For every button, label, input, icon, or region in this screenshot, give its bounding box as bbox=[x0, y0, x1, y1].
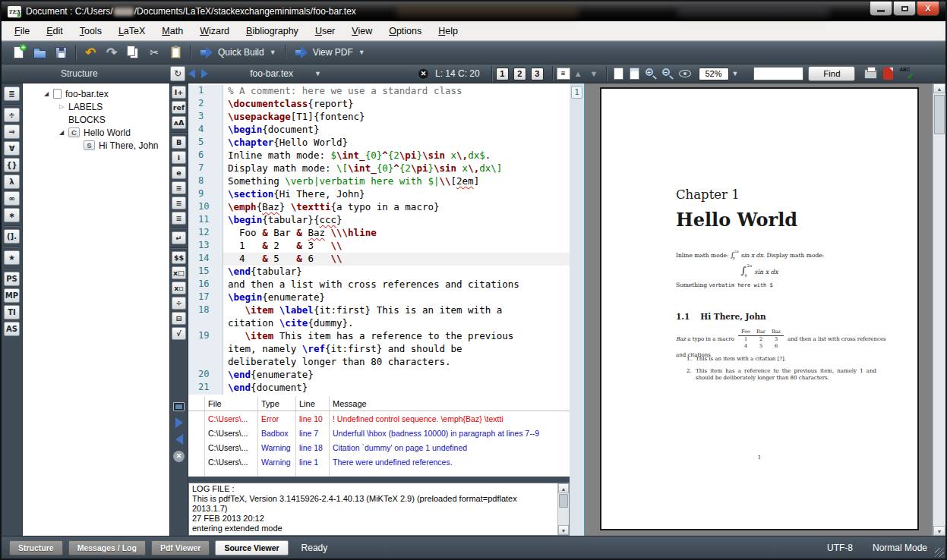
log-message-row[interactable]: C:\Users\...Badboxline 7Underfull \hbox … bbox=[188, 426, 570, 440]
asymptote-tab[interactable]: AS bbox=[4, 322, 20, 336]
ref-tool[interactable]: ref bbox=[172, 101, 186, 114]
code-line-1[interactable]: 1% A comment: here we use a standard cla… bbox=[188, 85, 570, 98]
menu-tools[interactable]: Tools bbox=[71, 23, 110, 39]
menu-file[interactable]: File bbox=[6, 23, 38, 39]
fraction-tool[interactable]: ⊟ bbox=[172, 312, 186, 325]
message-col-message[interactable]: Message bbox=[330, 396, 570, 411]
misc-symbols-tab[interactable]: ∞ bbox=[4, 191, 20, 206]
line-number[interactable]: 2 bbox=[188, 98, 223, 111]
align-right-tool[interactable]: ≡ bbox=[172, 212, 186, 225]
line-number[interactable] bbox=[188, 343, 223, 356]
find-input[interactable] bbox=[753, 67, 803, 80]
line-number[interactable]: 10 bbox=[188, 201, 223, 214]
insert-tool[interactable]: I+ bbox=[172, 86, 186, 99]
message-col-blank[interactable] bbox=[188, 396, 205, 411]
caret-collapsed-icon[interactable]: ▷ bbox=[59, 103, 68, 110]
greek-tab[interactable]: λ bbox=[4, 175, 20, 189]
code-editor[interactable]: 1% A comment: here we use a standard cla… bbox=[188, 83, 570, 396]
chevron-down-icon[interactable]: ▼ bbox=[358, 49, 365, 56]
scroll-down-icon[interactable]: ▼ bbox=[933, 526, 945, 536]
menu-help[interactable]: Help bbox=[430, 23, 466, 39]
next-error-icon[interactable] bbox=[175, 417, 183, 428]
code-line-2[interactable]: 2\documentclass{report} bbox=[188, 98, 570, 111]
pdf-outline-button[interactable]: ≡ bbox=[557, 68, 570, 80]
code-line-11[interactable]: 11\begin{tabular}{ccc} bbox=[188, 214, 570, 227]
structure-level-1-button[interactable]: 1 bbox=[496, 68, 509, 80]
line-number[interactable]: 16 bbox=[188, 278, 223, 291]
log-message-row[interactable]: C:\Users\...Errorline 10! Undefined cont… bbox=[188, 411, 570, 426]
user-symbols-tab[interactable]: ★ bbox=[4, 250, 20, 265]
code-line-wrap[interactable]: item, namely \ref{it:first} and should b… bbox=[188, 343, 570, 356]
code-line-5[interactable]: 5\chapter{Hello World} bbox=[188, 137, 570, 149]
line-number[interactable]: 20 bbox=[188, 369, 223, 382]
code-line-13[interactable]: 13 1 & 2 & 3 \\ bbox=[188, 240, 570, 253]
view-pdf-label[interactable]: View PDF bbox=[313, 47, 353, 58]
emph-tool[interactable]: e bbox=[172, 166, 186, 179]
line-number[interactable] bbox=[188, 356, 223, 369]
menu-edit[interactable]: Edit bbox=[38, 23, 71, 39]
caret-expanded-icon[interactable]: ◢ bbox=[44, 90, 53, 97]
paste-button[interactable] bbox=[166, 43, 185, 61]
clear-messages-icon[interactable]: ✕ bbox=[173, 451, 185, 462]
new-document-button[interactable]: + bbox=[8, 43, 28, 61]
title-bar[interactable]: TEX Document : C:/Users//Documents/LaTeX… bbox=[2, 2, 945, 21]
chevron-down-icon[interactable]: ▼ bbox=[732, 70, 739, 77]
code-line-4[interactable]: 4\begin{document} bbox=[188, 124, 570, 137]
presentation-eye-icon[interactable] bbox=[679, 70, 691, 77]
line-number[interactable]: 1 bbox=[188, 85, 223, 98]
structure-item-blocks[interactable]: BLOCKS bbox=[23, 113, 169, 126]
zoom-in-icon[interactable]: + bbox=[645, 68, 657, 80]
line-number[interactable]: 19 bbox=[188, 330, 223, 343]
misc-math-tab[interactable]: ∀ bbox=[4, 141, 20, 156]
scrollbar-thumb[interactable] bbox=[934, 95, 945, 134]
scroll-up-icon[interactable]: ▲ bbox=[558, 483, 569, 493]
structure-level-2-button[interactable]: 2 bbox=[513, 68, 526, 80]
code-line-8[interactable]: 8Something \verb|verbatim here with $|\\… bbox=[188, 175, 570, 188]
close-button[interactable]: X bbox=[917, 2, 939, 16]
print-icon[interactable] bbox=[864, 69, 877, 79]
line-number[interactable]: 11 bbox=[188, 214, 223, 227]
next-document-button[interactable] bbox=[201, 69, 208, 78]
metapost-tab[interactable]: MP bbox=[4, 288, 20, 303]
font-size-tool[interactable]: ᴀA bbox=[172, 116, 186, 129]
previous-page-arrow-icon[interactable]: ▲ bbox=[574, 69, 582, 78]
code-line-14[interactable]: 14 4 & 5 & 6 \\ bbox=[188, 253, 570, 266]
menu-view[interactable]: View bbox=[343, 23, 380, 39]
code-line-16[interactable]: 16and then a list with cross references … bbox=[188, 278, 570, 291]
open-document-selector[interactable]: foo-bar.tex ▼ bbox=[231, 68, 345, 79]
code-line-21[interactable]: 21\end{document} bbox=[188, 382, 570, 395]
structure-item-labels[interactable]: ▷LABELS bbox=[23, 100, 169, 113]
menu-latex[interactable]: LaTeX bbox=[110, 23, 153, 39]
fit-page-icon[interactable] bbox=[630, 68, 639, 80]
code-line-3[interactable]: 3\usepackage[T1]{fontenc} bbox=[188, 111, 570, 124]
caret-expanded-icon[interactable]: ◢ bbox=[59, 129, 68, 136]
menu-options[interactable]: Options bbox=[380, 23, 430, 39]
scroll-up-icon[interactable]: ▲ bbox=[933, 83, 945, 93]
adobe-pdf-icon[interactable] bbox=[883, 68, 893, 80]
menu-user[interactable]: User bbox=[307, 23, 343, 39]
previous-document-button[interactable] bbox=[188, 69, 195, 78]
code-line-9[interactable]: 9\section{Hi There, John} bbox=[188, 188, 570, 201]
tikz-tab[interactable]: TI bbox=[4, 305, 20, 319]
save-button[interactable] bbox=[51, 43, 71, 61]
quick-build-run-icon[interactable] bbox=[200, 46, 213, 58]
log-message-row[interactable]: C:\Users\...Warningline 18Citation `dumm… bbox=[188, 440, 570, 455]
code-line-wrap[interactable]: citation \cite{dummy}. bbox=[188, 317, 570, 330]
code-line-20[interactable]: 20\end{enumerate} bbox=[188, 369, 570, 382]
cut-button[interactable]: ✂ bbox=[144, 43, 164, 61]
resize-grip[interactable] bbox=[935, 548, 944, 557]
align-left-tool[interactable]: ≡ bbox=[172, 181, 186, 194]
math-tool[interactable]: $$ bbox=[172, 251, 186, 264]
pdf-scrollbar[interactable]: ▲ ▼ bbox=[933, 83, 945, 536]
division-tool[interactable]: ÷ bbox=[172, 297, 186, 310]
line-number[interactable] bbox=[188, 317, 223, 330]
menu-math[interactable]: Math bbox=[153, 23, 191, 39]
view-pdf-run-icon[interactable] bbox=[295, 46, 308, 58]
line-number[interactable]: 4 bbox=[188, 124, 223, 137]
pdf-viewer[interactable]: Chapter 1 Hello World Inline math mode: … bbox=[585, 83, 933, 536]
most-used-tab[interactable]: ∗ bbox=[4, 208, 20, 222]
chevron-down-icon[interactable]: ▼ bbox=[270, 49, 276, 56]
show-output-icon[interactable] bbox=[173, 402, 185, 411]
code-line-17[interactable]: 17\begin{enumerate} bbox=[188, 291, 570, 304]
menu-bibliography[interactable]: Bibliography bbox=[238, 23, 307, 39]
